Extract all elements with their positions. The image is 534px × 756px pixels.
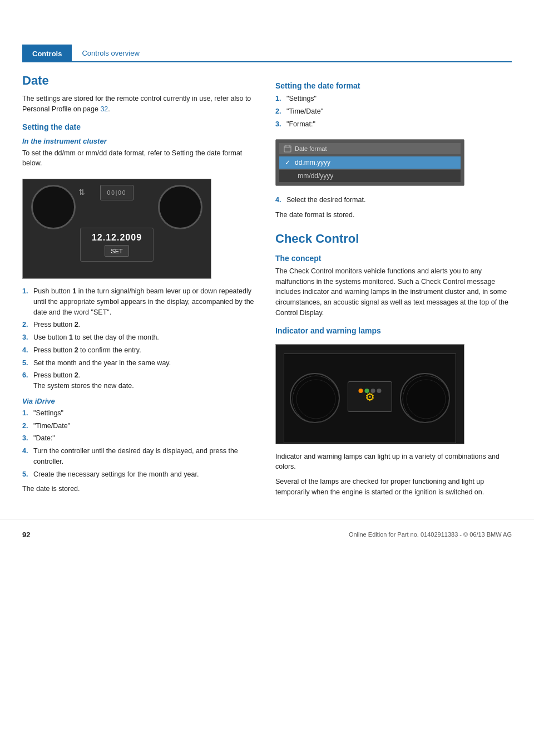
warn-speedo-right <box>400 373 450 423</box>
idrive-step-3: 3. "Date:" <box>22 433 259 444</box>
speedo-left <box>31 185 76 229</box>
intro-link[interactable]: 32 <box>100 105 108 113</box>
center-display: 00|00 <box>100 185 134 200</box>
svg-rect-0 <box>284 146 291 152</box>
idrive-steps-list: 1. "Settings" 2. "Time/Date" 3. "Date:" … <box>22 408 259 480</box>
warn-speedo-left <box>290 373 340 423</box>
format-option-mm-dd: mm/dd/yyyy <box>279 170 461 182</box>
speedo-svg-left <box>291 374 341 424</box>
format-mm-dd-yyyy: mm/dd/yyyy <box>298 172 333 180</box>
instrument-image-wrapper: 00|00 ⇅ 12.12.2009 SET <box>22 173 259 284</box>
idrive-step-5: 5. Create the necessary settings for the… <box>22 469 259 480</box>
intro-text: The settings are stored for the remote c… <box>22 95 251 113</box>
date-display-box: 12.12.2009 SET <box>80 228 154 262</box>
date-stored-text: The date is stored. <box>22 484 259 494</box>
svg-point-6 <box>403 376 449 423</box>
calendar-icon <box>284 145 291 153</box>
indicator-text1: Indicator and warning lamps can light up… <box>275 451 512 473</box>
step-4: 4. Press button 2 to confirm the entry. <box>22 345 259 356</box>
date-format-header-text: Date format <box>295 145 327 152</box>
header-section-label: Controls overview <box>72 45 512 62</box>
svg-point-4 <box>293 376 339 423</box>
format-step-1: 1. "Settings" <box>275 94 512 104</box>
set-button-display: SET <box>105 245 128 257</box>
footer-text: Online Edition for Part no. 01402911383 … <box>349 531 512 538</box>
svg-point-5 <box>296 380 335 419</box>
step-3: 3. Use button 1 to set the day of the mo… <box>22 332 259 343</box>
main-content: Date The settings are stored for the rem… <box>22 73 512 502</box>
instrument-date: 12.12.2009 <box>92 233 142 243</box>
warn-dots <box>358 389 381 393</box>
format-option-selected: ✓ dd.mm.yyyy <box>279 156 461 169</box>
setting-date-title: Setting the date <box>22 122 259 131</box>
page-number: 92 <box>22 531 30 539</box>
nav-arrows: ⇅ <box>78 188 85 197</box>
svg-point-7 <box>407 380 446 419</box>
warning-inner: ⚙ <box>284 354 457 443</box>
right-column: Setting the date format 1. "Settings" 2.… <box>275 73 512 502</box>
idrive-step-4: 4. Turn the controller until the desired… <box>22 446 259 467</box>
idrive-step-1: 1. "Settings" <box>22 408 259 419</box>
indicator-title: Indicator and warning lamps <box>275 326 512 335</box>
check-control-title: Check Control <box>275 232 512 246</box>
indicator-text2: Several of the lamps are checked for pro… <box>275 477 512 498</box>
format-step-3: 3. "Format:" <box>275 119 512 130</box>
center-numbers: 00|00 <box>107 190 127 196</box>
format-dd-mm-yyyy: dd.mm.yyyy <box>295 159 330 166</box>
setting-format-title: Setting the date format <box>275 81 512 90</box>
idrive-step-2: 2. "Time/Date" <box>22 421 259 431</box>
format-steps-list: 1. "Settings" 2. "Time/Date" 3. "Format:… <box>275 94 512 129</box>
step-1: 1. Push button 1 in the turn signal/high… <box>22 286 259 317</box>
dot-grey1 <box>370 389 375 393</box>
step-2: 2. Press button 2. <box>22 320 259 330</box>
warn-center-display: ⚙ <box>348 381 392 412</box>
intro-end: . <box>108 105 110 113</box>
via-idrive-title: Via iDrive <box>22 397 259 405</box>
speedo-svg-right <box>401 374 451 424</box>
warning-image-wrapper: ⚙ <box>275 338 512 450</box>
instrument-steps-list: 1. Push button 1 in the turn signal/high… <box>22 286 259 391</box>
checkmark-icon: ✓ <box>285 159 290 166</box>
date-format-box: Date format ✓ dd.mm.yyyy mm/dd/yyyy <box>275 139 464 186</box>
concept-title: The concept <box>275 254 512 263</box>
set-text: SET <box>111 248 122 254</box>
speedo-right <box>158 185 202 229</box>
step-6: 6. Press button 2.The system stores the … <box>22 370 259 391</box>
step4-list: 4. Select the desired format. <box>275 195 512 205</box>
format-stored-text: The date format is stored. <box>275 210 512 220</box>
date-format-image-wrapper: Date format ✓ dd.mm.yyyy mm/dd/yyyy <box>275 134 512 192</box>
instrument-cluster-text: To set the dd/mm or mm/dd date format, r… <box>22 148 259 169</box>
section-text: Controls overview <box>82 49 139 57</box>
concept-text: The Check Control monitors vehicle funct… <box>275 266 512 318</box>
footer: 92 Online Edition for Part no. 014029113… <box>0 519 534 550</box>
step4-item: 4. Select the desired format. <box>275 195 512 205</box>
date-format-header: Date format <box>279 143 461 154</box>
step-5: 5. Set the month and the year in the sam… <box>22 358 259 369</box>
header-bar: Controls Controls overview <box>22 45 512 62</box>
format-step-2: 2. "Time/Date" <box>275 106 512 117</box>
instrument-cluster-image: 00|00 ⇅ 12.12.2009 SET <box>22 179 211 279</box>
dot-grey2 <box>377 389 381 393</box>
header-controls-label: Controls <box>22 45 72 62</box>
warning-lamps-image: ⚙ <box>275 344 464 444</box>
date-title: Date <box>22 73 259 88</box>
left-column: Date The settings are stored for the rem… <box>22 73 259 502</box>
intro-paragraph: The settings are stored for the remote c… <box>22 94 259 115</box>
dot-green <box>364 389 369 393</box>
instrument-cluster-title: In the instrument cluster <box>22 137 259 145</box>
dot-orange <box>358 389 363 393</box>
controls-text: Controls <box>32 50 62 58</box>
